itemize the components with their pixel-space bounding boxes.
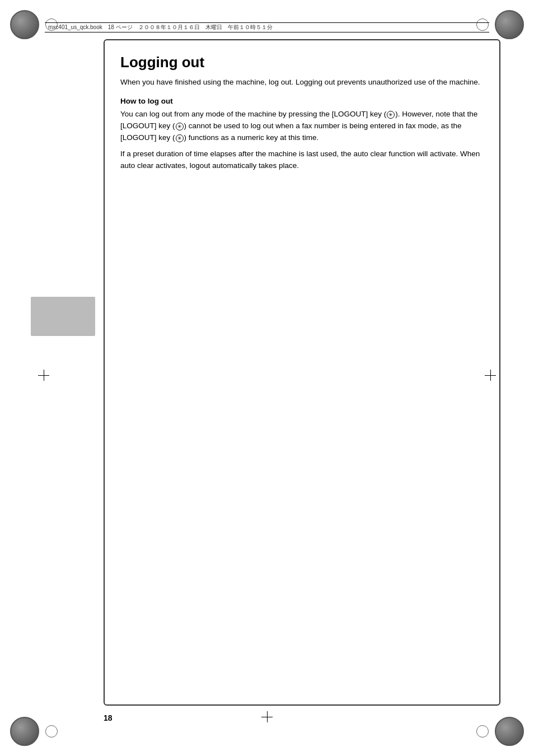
page-number: 18 <box>104 713 113 722</box>
header-bar: mxc401_us_qck.book 18 ページ ２００８年１０月１６日 木曜… <box>45 22 489 32</box>
side-tab <box>31 297 95 336</box>
crosshair-circle-bottom-left <box>45 725 58 738</box>
star-icon-2: ✳ <box>176 123 184 130</box>
section-heading: How to log out <box>120 97 484 105</box>
header-text: mxc401_us_qck.book 18 ページ ２００８年１０月１６日 木曜… <box>48 24 273 31</box>
corner-circle-bottom-right <box>495 717 524 746</box>
corner-circle-top-left <box>10 10 39 39</box>
intro-paragraph: When you have finished using the machine… <box>120 77 484 88</box>
corner-circle-top-right <box>495 10 524 39</box>
star-icon-1: ✳ <box>387 111 395 119</box>
crosshair-mid-left <box>38 370 49 381</box>
body-text-paragraph1: You can log out from any mode of the mac… <box>120 109 484 144</box>
corner-circle-bottom-left <box>10 717 39 746</box>
crosshair-bottom-center <box>261 711 273 722</box>
crosshair-circle-bottom-right <box>476 725 489 738</box>
body-text-paragraph2: If a preset duration of time elapses aft… <box>120 148 484 172</box>
page-title: Logging out <box>120 54 484 71</box>
main-content-box: Logging out When you have finished using… <box>104 39 500 706</box>
star-icon-3: ✳ <box>176 134 184 142</box>
